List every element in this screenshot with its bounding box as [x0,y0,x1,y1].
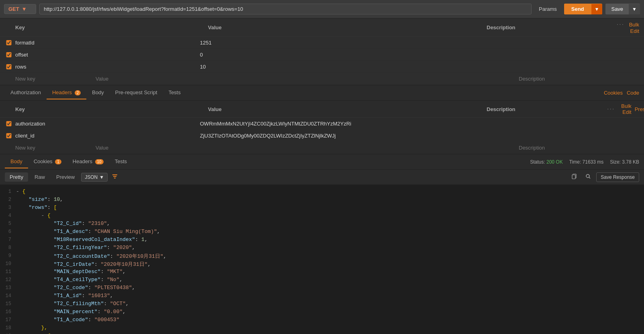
headers-more-icon[interactable]: ··· [607,105,615,113]
line-number: 11 [0,269,16,275]
save-response-button[interactable]: Save Response [596,172,639,182]
line-number: 15 [0,301,16,307]
line-content: }, [16,325,644,331]
params-key-header: Key [15,24,208,30]
line-content: "T2_C_filingMth": "OCT", [16,301,644,307]
json-line: 14 "T1_A_id": "16013", [0,292,644,300]
view-tab-raw[interactable]: Raw [30,172,50,182]
params-button[interactable]: Params [535,4,561,14]
line-content: "T2_C_code": "PLTEST0438", [16,285,644,291]
cookies-link[interactable]: Cookies [604,90,623,96]
header-row-1-checkbox[interactable] [5,121,13,126]
params-more-icon[interactable]: ··· [617,21,624,28]
code-link[interactable]: Code [627,90,639,96]
headers-presets[interactable]: Presets ▼ [635,106,644,112]
line-number: 18 [0,325,16,331]
response-headers-badge: 10 [95,159,104,164]
param-row: offset 0 [0,49,644,61]
save-main-button[interactable]: Save [605,4,629,14]
param-row: formatId 1251 [0,37,644,49]
headers-bulk-edit[interactable]: Bulk Edit [621,103,631,115]
method-select[interactable]: GET ▼ [4,4,36,14]
json-line: 15 "T2_C_filingMth": "OCT", [0,300,644,308]
url-bar: GET ▼ Params Send ▼ Save ▼ [0,0,644,18]
param-row-3-checkbox[interactable] [5,64,13,69]
method-dropdown-icon: ▼ [22,6,27,12]
status-value: 200 OK [546,159,563,165]
param-row-2-value: 0 [200,52,519,58]
json-line: 11 "MAIN_deptDesc": "MKT", [0,268,644,276]
size-value: 3.78 KB [622,159,639,165]
tab-tests[interactable]: Tests [163,86,186,99]
copy-response-button[interactable] [569,172,580,182]
response-tab-cookies[interactable]: Cookies 1 [28,155,67,168]
line-content: "T2_C_accountDate": "2020年10月31日", [16,253,644,260]
svg-rect-2 [114,178,116,178]
cookies-badge: 1 [55,159,61,164]
json-viewer[interactable]: 1- {2 "size": 10,3 "rows": [4 - {5 "T2_C… [0,185,644,334]
response-tab-tests[interactable]: Tests [109,155,132,168]
tab-headers[interactable]: Headers 2 [47,86,86,99]
time-value: 71633 ms [583,159,604,165]
line-number: 13 [0,285,16,291]
json-line: 7 "M18ReservedCol_dataIndex": 1, [0,236,644,244]
header-new-key-input[interactable] [15,145,96,151]
tab-authorization[interactable]: Authorization [5,86,47,99]
json-line: 10 "T2_C_irDate": "2020年10月31日", [0,260,644,268]
param-row-1-checkbox[interactable] [5,40,13,45]
line-content: - { [16,188,644,194]
svg-rect-4 [572,175,575,179]
json-line: 9 "T2_C_accountDate": "2020年10月31日", [0,252,644,260]
svg-line-6 [589,177,590,178]
line-number: 16 [0,309,16,315]
line-content: "T1_A_id": "16013", [16,293,644,299]
param-new-key-input[interactable] [15,76,96,82]
param-new-desc-input[interactable] [519,76,639,82]
line-content: - { [16,213,644,219]
line-number: 5 [0,221,16,227]
json-line: 2 "size": 10, [0,196,644,204]
headers-value-header: Value [208,106,487,112]
header-new-value-input[interactable] [96,145,519,151]
header-row-2-value: ZjU3ZTIzOTAtODg0My00ZDQ2LWIzZDctZjIyZTZl… [200,133,519,139]
json-line: 8 "T2_C_filingYear": "2020", [0,244,644,252]
param-row-2-checkbox[interactable] [5,52,13,57]
params-bulk-edit[interactable]: Bulk Edit [629,22,639,34]
params-value-header: Value [208,24,487,30]
response-tab-headers[interactable]: Headers 10 [67,155,109,168]
save-dropdown-button[interactable]: ▼ [629,4,640,14]
param-row-1-value: 1251 [200,40,519,46]
url-input[interactable] [39,4,532,14]
response-tab-body[interactable]: Body [5,155,28,168]
time-label: Time: 71633 ms [569,159,604,165]
view-format-select[interactable]: JSON ▼ [81,173,108,182]
collapse-icon[interactable]: - [41,213,47,219]
svg-point-5 [586,174,589,178]
search-response-button[interactable] [583,172,594,182]
line-content: "size": 10, [16,196,644,202]
header-row-2-checkbox[interactable] [5,133,13,138]
params-section: Key Value Description ··· Bulk Edit form… [0,18,644,85]
params-table-header: Key Value Description ··· Bulk Edit [0,18,644,37]
param-new-row [0,73,644,85]
header-new-desc-input[interactable] [519,145,639,151]
json-line: 17 "T1_A_code": "000453" [0,316,644,324]
param-new-value-input[interactable] [96,76,519,82]
param-row-3-value: 10 [200,64,519,70]
view-format-label: JSON [85,174,98,180]
collapse-icon[interactable]: - [16,188,22,194]
response-status: Status: 200 OK Time: 71633 ms Size: 3.78… [530,159,639,165]
line-number: 14 [0,293,16,299]
filter-icon-button[interactable] [109,172,120,182]
view-tab-pretty[interactable]: Pretty [5,172,28,182]
response-tabs-row: Body Cookies 1 Headers 10 Tests Status: … [0,154,644,170]
headers-section: Key Value Description ··· Bulk Edit Pres… [0,101,644,154]
json-line: 18 }, [0,324,644,332]
send-main-button[interactable]: Send [564,4,591,14]
tab-pre-request-script[interactable]: Pre-request Script [110,86,163,99]
tab-body[interactable]: Body [86,86,110,99]
line-content: "T1_A_code": "000453" [16,317,644,323]
content-area: Key Value Description ··· Bulk Edit form… [0,18,644,334]
send-dropdown-button[interactable]: ▼ [591,4,603,14]
view-tab-preview[interactable]: Preview [51,172,79,182]
